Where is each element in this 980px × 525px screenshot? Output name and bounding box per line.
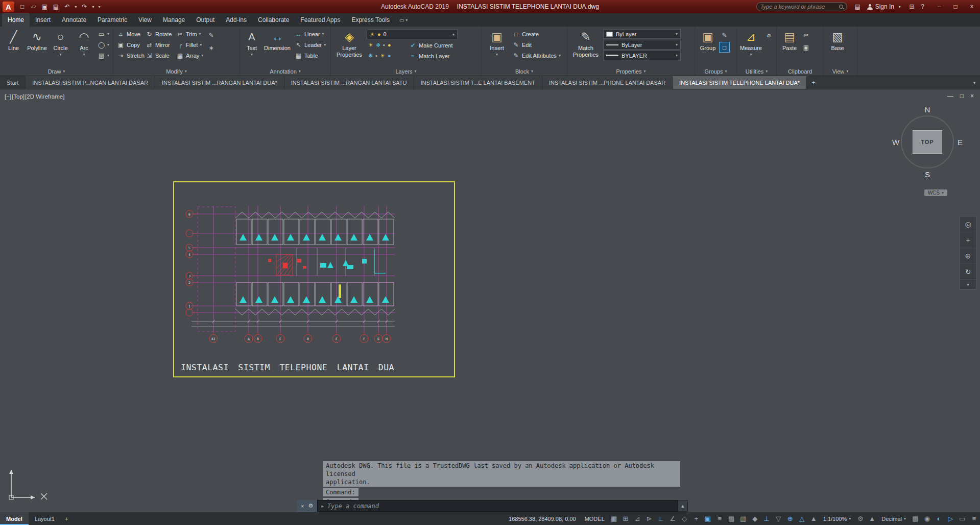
dynamic-ucs-toggle[interactable]: ⊥ <box>761 512 773 525</box>
layer-thaw-icon[interactable]: ❄ <box>368 53 373 59</box>
polyline-button[interactable]: ∿ Polyline <box>26 28 48 67</box>
plot-icon[interactable]: ▤ <box>51 2 61 12</box>
tab-insert[interactable]: Insert <box>30 13 56 27</box>
panel-label-modify[interactable]: Modify ▾ <box>113 67 240 76</box>
command-input-field[interactable]: ▸ <box>317 500 678 512</box>
tab-home[interactable]: Home <box>2 13 30 27</box>
panel-label-view[interactable]: View ▾ <box>824 67 857 76</box>
doc-tab-start[interactable]: Start <box>0 76 26 89</box>
command-close-icon[interactable]: × <box>301 503 304 509</box>
layer-unlock-icon[interactable]: ▪ <box>375 53 377 59</box>
autodesk-id-icon[interactable]: ▤ <box>852 2 863 12</box>
doc-tab-4[interactable]: INSTALASI SISTIM T...E LANTAI BASEMENT <box>414 76 542 89</box>
viewcube-south[interactable]: S <box>925 170 930 179</box>
maximize-button[interactable]: □ <box>947 0 964 13</box>
doc-tab-5[interactable]: INSTALASI SISTIM ...PHONE LANTAI DASAR <box>542 76 673 89</box>
redo-icon[interactable]: ↷ <box>79 2 90 12</box>
panel-label-clipboard[interactable]: Clipboard <box>777 67 823 76</box>
cut-button[interactable]: ✂ <box>801 30 811 40</box>
viewcube[interactable]: N S W E TOP <box>892 107 963 177</box>
paste-button[interactable]: ▤ Paste <box>779 28 800 67</box>
object-snap-tracking-toggle[interactable]: + <box>690 512 702 525</box>
scale-button[interactable]: ⇲ Scale <box>145 51 174 60</box>
close-button[interactable]: × <box>964 0 980 13</box>
search-icon[interactable] <box>839 5 843 9</box>
ellipse-button[interactable]: ◯ ▾ <box>97 40 110 50</box>
edit-attributes-button[interactable]: ✎ Edit Attributes ▾ <box>511 51 562 60</box>
layer-walk-icon[interactable]: ☀ <box>380 53 385 59</box>
qat-customize-icon[interactable]: ▾ <box>97 2 102 12</box>
command-scroll-up-icon[interactable]: ▲ <box>678 500 688 512</box>
viewcube-east[interactable]: E <box>958 138 963 147</box>
object-color-dropdown[interactable]: ByLayer ▾ <box>603 29 681 39</box>
tab-parametric[interactable]: Parametric <box>92 13 133 27</box>
panel-label-properties[interactable]: Properties ▾ <box>567 67 695 76</box>
panel-label-draw[interactable]: Draw ▾ <box>0 67 113 76</box>
viewcube-north[interactable]: N <box>925 105 930 114</box>
selection-filtering-toggle[interactable]: ▽ <box>773 512 784 525</box>
open-file-icon[interactable]: ▱ <box>28 2 39 12</box>
autocad-logo-icon[interactable]: A <box>3 2 14 12</box>
undo-dropdown-icon[interactable]: ▾ <box>73 2 79 12</box>
base-button[interactable]: ▧ Base <box>826 28 849 67</box>
viewport-minimize-control[interactable]: [−] <box>5 93 11 100</box>
panel-label-block[interactable]: Block ▾ <box>482 67 567 76</box>
doc-tab-1[interactable]: INSTALASI SISTIM P...NGAN LANTAI DASAR <box>26 76 155 89</box>
help-icon[interactable]: ? <box>917 2 928 12</box>
drawing-sheet[interactable]: A1 A B C D E F G H 6 5 4 3 2 <box>173 181 455 377</box>
viewport-style-control[interactable]: [2D Wireframe] <box>25 93 64 100</box>
leader-button[interactable]: ↖ Leader ▾ <box>294 40 327 50</box>
rectangle-button[interactable]: ▭ ▾ <box>97 29 110 39</box>
selection-cycling-toggle[interactable]: ▥ <box>737 512 749 525</box>
model-space-viewport[interactable]: [−] [Top] [2D Wireframe] — □ × N S W E T… <box>0 89 980 512</box>
orbit-icon[interactable]: ↻ <box>960 264 976 280</box>
model-space-toggle[interactable]: MODEL <box>581 512 608 525</box>
tab-manage[interactable]: Manage <box>157 13 190 27</box>
tab-output[interactable]: Output <box>190 13 220 27</box>
model-tab[interactable]: Model <box>0 512 29 525</box>
viewport-view-control[interactable]: [Top] <box>12 93 25 100</box>
dimension-button[interactable]: ↔ Dimension <box>262 28 292 67</box>
annotation-visibility-toggle[interactable]: △ <box>796 512 808 525</box>
sign-in-button[interactable]: Sign In ▾ <box>863 2 906 12</box>
zoom-icon[interactable]: ⊕ <box>960 248 976 264</box>
ribbon-display-toggle[interactable]: ▭ ▾ <box>395 13 412 27</box>
autoscale-toggle[interactable]: ▲ <box>808 512 820 525</box>
group-edit-button[interactable]: ✎ <box>720 30 729 40</box>
linear-button[interactable]: ↔ Linear ▾ <box>294 29 327 39</box>
doc-tab-2[interactable]: INSTALASI SISTIM ...RANGAN LANTAI DUA* <box>155 76 284 89</box>
edit-block-button[interactable]: ✎ Edit <box>511 40 562 50</box>
drawing-close-button[interactable]: × <box>970 92 974 100</box>
create-block-button[interactable]: □ Create <box>511 29 562 39</box>
linetype-dropdown[interactable]: ByLayer ▾ <box>603 40 681 50</box>
layer-dropdown[interactable]: ☀ ● 0 ▾ <box>367 29 458 39</box>
search-input[interactable] <box>760 4 836 10</box>
transparency-toggle[interactable]: ▤ <box>726 512 737 525</box>
layer-prev-icon[interactable]: ● <box>388 53 391 59</box>
ortho-mode-toggle[interactable]: ∟ <box>655 512 667 525</box>
tab-featured-apps[interactable]: Featured Apps <box>295 13 346 27</box>
clean-screen-button[interactable]: ▭ <box>957 512 968 525</box>
doc-tab-active[interactable]: INSTALASI SISTIM TELEPHONE LANTAI DUA* <box>673 76 807 89</box>
viewcube-top-face[interactable]: TOP <box>913 130 942 154</box>
layout1-tab[interactable]: Layout1 <box>29 512 61 525</box>
snap-mode-toggle[interactable]: ⊞ <box>620 512 632 525</box>
polar-tracking-toggle[interactable]: ∠ <box>667 512 679 525</box>
doc-tab-overflow-icon[interactable]: ▾ <box>969 76 980 89</box>
copy-button[interactable]: ▣ Copy <box>116 40 144 50</box>
circle-button[interactable]: ○ Circle ▾ <box>50 28 71 67</box>
gizmo-toggle[interactable]: ⊕ <box>784 512 796 525</box>
new-file-icon[interactable]: □ <box>17 2 28 12</box>
panel-label-annotation[interactable]: Annotation ▾ <box>240 67 330 76</box>
arc-button[interactable]: ◠ Arc ▾ <box>73 28 95 67</box>
infer-constraints-toggle[interactable]: ⊿ <box>632 512 643 525</box>
steering-wheel-icon[interactable]: ◎ <box>960 217 976 232</box>
customize-button[interactable]: ≡ <box>968 512 980 525</box>
redo-dropdown-icon[interactable]: ▾ <box>90 2 96 12</box>
move-button[interactable]: ↔↕ Move <box>116 29 144 39</box>
command-input[interactable] <box>327 503 674 510</box>
layer-off-icon[interactable]: ☀ <box>368 42 373 49</box>
trim-button[interactable]: ✂ Trim ▾ <box>175 29 205 39</box>
coordinates-readout[interactable]: 168556.38, 28409.08, 0.00 <box>504 512 581 525</box>
undo-icon[interactable]: ↶ <box>62 2 73 12</box>
